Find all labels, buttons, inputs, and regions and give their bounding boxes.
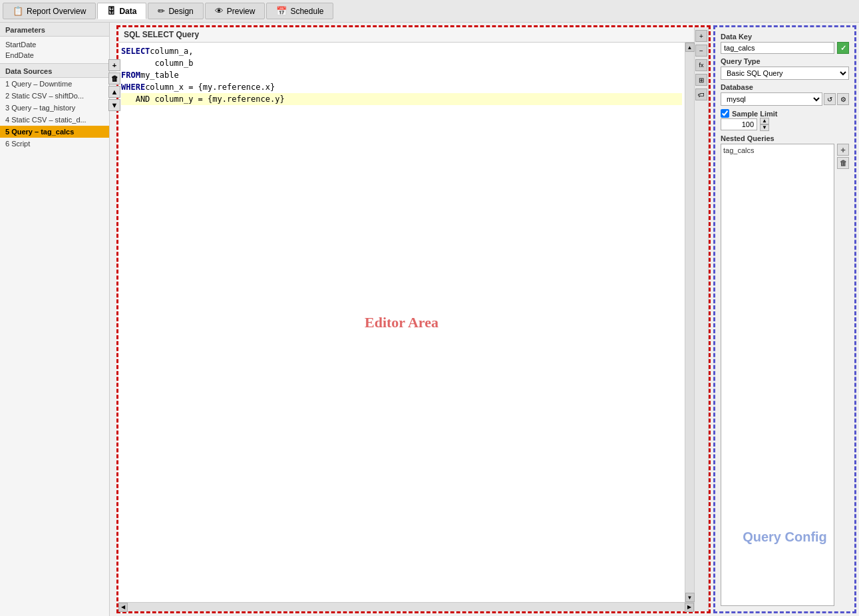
scroll-down-button[interactable]: ▼ [685,593,695,602]
query-type-section: Query Type Basic SQL Query Named Query C… [721,57,849,80]
code-line-3: FROM my_table [121,69,682,81]
move-up-button[interactable]: ▲ [108,86,120,98]
datasource-item-4[interactable]: 4 Static CSV – static_d... [0,114,109,126]
code-line-2: column_b [121,57,682,69]
mid-toolbar: + − fx ⊞ 🏷 [694,27,709,611]
nested-query-item[interactable]: tag_calcs [723,146,832,154]
sample-limit-spinner: ▲ ▼ [760,118,769,131]
datasource-item-2[interactable]: 2 Static CSV – shiftDo... [0,90,109,102]
database-config-button[interactable]: ⚙ [837,93,849,105]
query-type-select[interactable]: Basic SQL Query Named Query Custom [721,67,849,80]
move-down-button[interactable]: ▼ [108,99,120,111]
database-refresh-button[interactable]: ↺ [824,93,836,105]
tab-data[interactable]: 🗄 Data [97,3,146,19]
editor-placeholder: Editor Area [365,314,438,331]
sidebar-actions: + 🗑 ▲ ▼ [108,59,120,111]
scroll-up-button[interactable]: ▲ [685,43,695,52]
spin-down-button[interactable]: ▼ [760,124,769,131]
function-button[interactable]: fx [695,59,707,71]
sample-limit-label-row: Sample Limit [721,109,849,118]
tab-design[interactable]: ✏ Design [148,3,203,19]
data-sources-list: 1 Query – Downtime 2 Static CSV – shiftD… [0,78,109,150]
sample-limit-section: Sample Limit ▲ ▼ [721,109,849,131]
nested-queries-list[interactable]: tag_calcs [721,144,834,606]
param-enddate[interactable]: EndDate [0,50,109,61]
code-line-4: WHERE column_x = {my.reference.x} [121,81,682,93]
datasource-item-5[interactable]: 5 Query – tag_calcs [0,126,109,138]
scroll-left-button[interactable]: ◀ [118,603,128,612]
parameters-section-title: Parameters [0,23,109,37]
spin-up-button[interactable]: ▲ [760,118,769,124]
main-layout: Parameters StartDate EndDate Data Source… [0,23,859,616]
data-icon: 🗄 [107,6,116,16]
datasource-item-1[interactable]: 1 Query – Downtime [0,78,109,90]
data-key-row: ✓ [721,42,849,54]
horizontal-scrollbar[interactable]: ◀ ▶ [118,602,694,611]
tab-schedule[interactable]: 📅 Schedule [266,3,333,19]
nested-query-actions: + 🗑 [837,144,849,606]
nested-queries-section: Nested Queries tag_calcs + 🗑 [721,134,849,606]
database-section: Database mysql postgres mssql ↺ ⚙ [721,83,849,106]
vertical-scrollbar[interactable]: ▲ ▼ [685,43,694,602]
data-key-confirm-button[interactable]: ✓ [837,42,849,54]
subtract-button[interactable]: − [695,45,707,57]
left-sidebar: Parameters StartDate EndDate Data Source… [0,23,110,616]
database-select[interactable]: mysql postgres mssql [721,92,822,106]
sample-limit-checkbox[interactable] [721,109,729,118]
editor-body: SELECT column_a, column_b FROM my_table … [118,43,694,602]
sql-header: SQL SELECT Query [118,27,694,43]
database-label: Database [721,83,849,91]
data-sources-section-title: Data Sources [0,64,109,78]
add-datasource-button[interactable]: + [108,59,120,71]
schedule-icon: 📅 [276,6,287,16]
code-line-5: AND column_y = {my.reference.y} [121,93,682,105]
add-nested-button[interactable]: + [837,144,849,156]
report-overview-icon: 📋 [13,6,23,16]
code-editor[interactable]: SELECT column_a, column_b FROM my_table … [118,43,685,602]
sample-limit-label: Sample Limit [732,110,777,118]
sample-limit-input[interactable] [721,118,757,130]
data-key-section: Data Key ✓ [721,33,849,54]
delete-datasource-button[interactable]: 🗑 [108,73,120,84]
scroll-right-button[interactable]: ▶ [685,603,694,612]
data-key-input[interactable] [721,42,834,54]
param-startdate[interactable]: StartDate [0,39,109,50]
editor-section: SQL SELECT Query SELECT column_a, column… [118,27,694,611]
data-key-label: Data Key [721,33,849,41]
nested-queries-label: Nested Queries [721,134,849,142]
top-navigation: 📋 Report Overview 🗄 Data ✏ Design 👁 Prev… [0,0,859,23]
add-button[interactable]: + [695,30,707,42]
query-type-label: Query Type [721,57,849,65]
code-line-1: SELECT column_a, [121,45,682,57]
delete-nested-button[interactable]: 🗑 [837,157,849,169]
nested-queries-body: tag_calcs + 🗑 [721,144,849,606]
design-icon: ✏ [158,6,165,16]
tag-button[interactable]: 🏷 [695,88,707,100]
database-row: mysql postgres mssql ↺ ⚙ [721,92,849,106]
tab-preview[interactable]: 👁 Preview [205,3,265,19]
editor-outer-border: SQL SELECT Query SELECT column_a, column… [116,25,711,613]
params-list: StartDate EndDate [0,37,109,64]
tab-report-overview[interactable]: 📋 Report Overview [3,3,96,19]
sample-limit-row: ▲ ▼ [721,118,849,131]
preview-icon: 👁 [215,6,224,16]
datasource-item-3[interactable]: 3 Query – tag_history [0,102,109,114]
datasource-item-6[interactable]: 6 Script [0,138,109,150]
grid-button[interactable]: ⊞ [695,74,707,86]
right-config-panel: Data Key ✓ Query Type Basic SQL Query Na… [713,25,856,613]
